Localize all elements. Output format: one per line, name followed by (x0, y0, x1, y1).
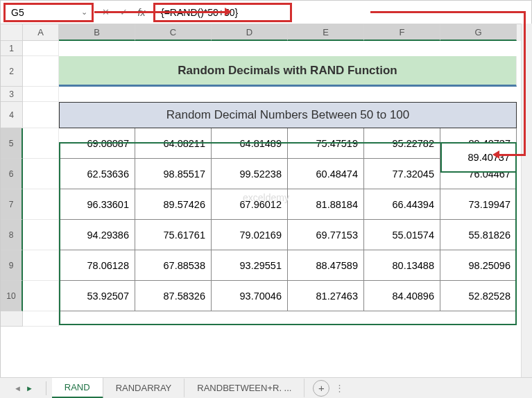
data-cell[interactable]: 73.19947 (440, 189, 517, 220)
data-cell[interactable]: 80.13488 (364, 250, 440, 281)
column-headers: A B C D E F G (1, 24, 531, 41)
data-cell[interactable]: 95.22782 (364, 128, 440, 159)
data-cell[interactable]: 99.52238 (212, 159, 288, 189)
cell[interactable] (23, 189, 59, 220)
data-cell[interactable]: 69.77153 (288, 220, 364, 250)
add-sheet-button[interactable]: + (313, 380, 329, 397)
col-header-g[interactable]: G (440, 24, 517, 41)
data-cell[interactable]: 64.81489 (212, 128, 288, 159)
data-cell[interactable]: 94.29386 (59, 220, 135, 250)
col-header-a[interactable]: A (23, 24, 59, 41)
data-cell[interactable]: 88.47589 (288, 250, 364, 281)
cell[interactable] (23, 128, 59, 159)
cell[interactable] (23, 220, 59, 250)
data-cell[interactable]: 93.70046 (212, 281, 288, 311)
col-header-d[interactable]: D (212, 24, 288, 41)
cell[interactable] (23, 250, 59, 281)
data-cell[interactable]: 55.01574 (364, 220, 440, 250)
data-cell[interactable]: 55.81826 (440, 220, 517, 250)
row-header-5[interactable]: 5 (1, 128, 23, 159)
tab-navigation: ◄ ► (14, 384, 40, 392)
data-cell[interactable]: 62.53636 (59, 159, 135, 189)
select-all-corner[interactable] (1, 24, 23, 41)
chevron-down-icon[interactable]: ⌄ (81, 8, 87, 17)
cell[interactable] (23, 56, 59, 87)
col-header-f[interactable]: F (364, 24, 440, 41)
data-cell[interactable]: 52.82528 (440, 281, 517, 311)
cell-reference: G5 (11, 7, 24, 18)
data-cell[interactable]: 79.02169 (212, 220, 288, 250)
data-cell[interactable]: 64.08211 (135, 128, 212, 159)
tab-menu-icon[interactable]: ⋮ (335, 383, 344, 393)
sheet-tab-rand[interactable]: RAND (52, 378, 103, 399)
data-cell[interactable]: 60.48474 (288, 159, 364, 189)
data-cell[interactable]: 75.61761 (135, 220, 212, 250)
data-cell[interactable]: 67.88538 (135, 250, 212, 281)
cell[interactable] (23, 311, 59, 327)
row-header-10[interactable]: 10 (1, 281, 23, 311)
row-header-4[interactable]: 4 (1, 102, 23, 128)
data-cell[interactable]: 66.44394 (364, 189, 440, 220)
col-header-b[interactable]: B (59, 24, 135, 41)
col-header-e[interactable]: E (288, 24, 364, 41)
vertical-scrollbar[interactable] (521, 24, 532, 377)
annotation-arrow (370, 11, 526, 13)
data-cell[interactable]: 93.29551 (212, 250, 288, 281)
data-cell[interactable]: 98.25096 (440, 250, 517, 281)
cell[interactable] (23, 281, 59, 311)
annotation-arrow (524, 11, 526, 155)
data-cell[interactable]: 77.32045 (364, 159, 440, 189)
arrow-head-icon (225, 8, 232, 16)
tab-next-icon[interactable]: ► (26, 384, 33, 392)
arrow-head-icon (492, 150, 499, 159)
sheet-tab-randarray[interactable]: RANDARRAY (103, 379, 185, 397)
data-cell[interactable]: 75.47519 (288, 128, 364, 159)
data-cell[interactable]: 76.04467 (440, 159, 517, 189)
data-cell[interactable]: 53.92507 (59, 281, 135, 311)
data-cell[interactable]: 67.96012 (212, 189, 288, 220)
data-cell[interactable]: 81.88184 (288, 189, 364, 220)
data-cell[interactable]: 96.33601 (59, 189, 135, 220)
row-header-6[interactable]: 6 (1, 159, 23, 189)
data-cell[interactable]: 78.06128 (59, 250, 135, 281)
cell[interactable] (23, 159, 59, 189)
row-header-2[interactable]: 2 (1, 56, 23, 87)
data-cell[interactable]: 69.08087 (59, 128, 135, 159)
row-header-3[interactable]: 3 (1, 87, 23, 102)
cell[interactable] (23, 41, 59, 56)
tab-prev-icon[interactable]: ◄ (14, 384, 22, 392)
row-header-1[interactable]: 1 (1, 41, 23, 56)
cell[interactable] (23, 102, 59, 128)
data-cell[interactable]: 98.85517 (135, 159, 212, 189)
row-header-8[interactable]: 8 (1, 220, 23, 250)
data-cell[interactable]: 81.27463 (288, 281, 364, 311)
sheet-tab-bar: ◄ ► RAND RANDARRAY RANDBETWEEN+R. ... + … (0, 377, 532, 398)
spreadsheet-grid: exceldemy A B C D E F G 1 2 Random Decim… (1, 24, 531, 371)
sheet-tab-randbetween[interactable]: RANDBETWEEN+R. ... (185, 379, 304, 397)
col-header-c[interactable]: C (135, 24, 212, 41)
subtitle-banner[interactable]: Random Decimal Numbers Between 50 to 100 (59, 102, 517, 128)
annotation-arrow (94, 11, 225, 13)
name-box[interactable]: G5 ⌄ (3, 3, 94, 22)
row-header-9[interactable]: 9 (1, 250, 23, 281)
cell[interactable] (23, 87, 59, 102)
row-header-11[interactable] (1, 311, 23, 327)
title-banner[interactable]: Random Decimals with RAND Function (59, 56, 517, 87)
data-cell[interactable]: 87.58326 (135, 281, 212, 311)
data-cell[interactable]: 84.40896 (364, 281, 440, 311)
data-cell[interactable]: 89.57426 (135, 189, 212, 220)
annotation-arrow (499, 154, 526, 156)
row-header-7[interactable]: 7 (1, 189, 23, 220)
